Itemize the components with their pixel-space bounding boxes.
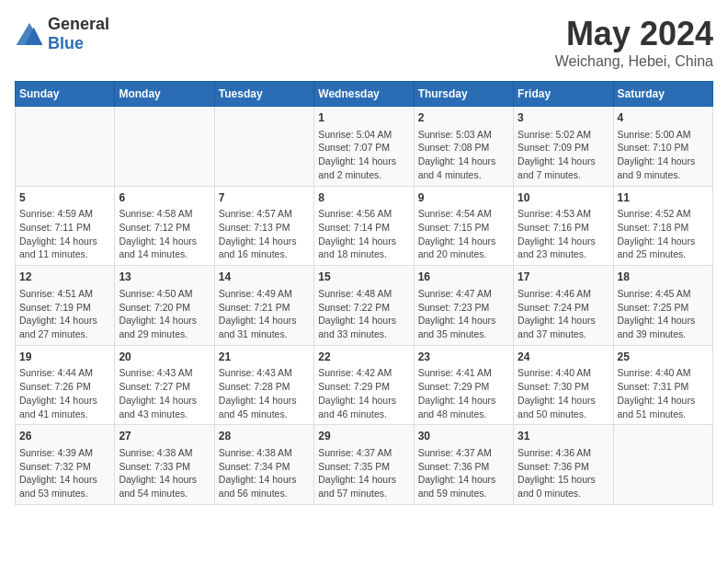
- day-info: Sunrise: 4:40 AMSunset: 7:30 PMDaylight:…: [518, 366, 609, 420]
- header-wednesday: Wednesday: [314, 82, 414, 107]
- calendar-cell: 5Sunrise: 4:59 AMSunset: 7:11 PMDaylight…: [16, 186, 115, 266]
- day-number: 3: [518, 110, 609, 126]
- day-number: 24: [518, 350, 609, 365]
- day-number: 19: [19, 350, 110, 365]
- day-number: 1: [318, 110, 409, 126]
- day-info: Sunrise: 4:58 AMSunset: 7:12 PMDaylight:…: [119, 207, 210, 261]
- calendar-cell: 15Sunrise: 4:48 AMSunset: 7:22 PMDayligh…: [314, 266, 414, 346]
- calendar-cell: 20Sunrise: 4:43 AMSunset: 7:27 PMDayligh…: [115, 345, 214, 425]
- calendar-cell: 23Sunrise: 4:41 AMSunset: 7:29 PMDayligh…: [414, 345, 513, 425]
- header-area: General Blue May 2024 Weichang, Hebei, C…: [15, 15, 713, 70]
- header-tuesday: Tuesday: [214, 82, 313, 107]
- calendar-cell: 18Sunrise: 4:45 AMSunset: 7:25 PMDayligh…: [613, 266, 712, 346]
- calendar-cell: [16, 107, 115, 187]
- day-number: 12: [19, 270, 110, 285]
- calendar-table: SundayMondayTuesdayWednesdayThursdayFrid…: [15, 81, 713, 505]
- day-number: 2: [418, 110, 509, 126]
- day-info: Sunrise: 4:56 AMSunset: 7:14 PMDaylight:…: [318, 207, 409, 261]
- calendar-cell: [115, 107, 214, 187]
- day-info: Sunrise: 4:59 AMSunset: 7:11 PMDaylight:…: [19, 207, 110, 261]
- calendar-cell: 7Sunrise: 4:57 AMSunset: 7:13 PMDaylight…: [214, 186, 313, 266]
- day-number: 8: [318, 190, 409, 206]
- day-info: Sunrise: 4:53 AMSunset: 7:16 PMDaylight:…: [518, 207, 609, 261]
- header-sunday: Sunday: [16, 82, 115, 107]
- week-row-1: 1Sunrise: 5:04 AMSunset: 7:07 PMDaylight…: [16, 107, 713, 187]
- calendar-cell: 21Sunrise: 4:43 AMSunset: 7:28 PMDayligh…: [214, 345, 313, 425]
- day-number: 16: [418, 270, 509, 285]
- day-info: Sunrise: 4:40 AMSunset: 7:31 PMDaylight:…: [618, 366, 709, 420]
- day-info: Sunrise: 4:57 AMSunset: 7:13 PMDaylight:…: [219, 207, 310, 261]
- day-info: Sunrise: 4:52 AMSunset: 7:18 PMDaylight:…: [618, 207, 709, 261]
- calendar-cell: 10Sunrise: 4:53 AMSunset: 7:16 PMDayligh…: [514, 186, 613, 266]
- day-number: 29: [318, 429, 409, 444]
- calendar-cell: 2Sunrise: 5:03 AMSunset: 7:08 PMDaylight…: [414, 107, 513, 187]
- calendar-cell: 30Sunrise: 4:37 AMSunset: 7:36 PMDayligh…: [414, 425, 513, 505]
- calendar-cell: 29Sunrise: 4:37 AMSunset: 7:35 PMDayligh…: [314, 425, 414, 505]
- day-info: Sunrise: 4:39 AMSunset: 7:32 PMDaylight:…: [19, 446, 110, 500]
- day-info: Sunrise: 4:38 AMSunset: 7:34 PMDaylight:…: [219, 446, 310, 500]
- day-info: Sunrise: 4:54 AMSunset: 7:15 PMDaylight:…: [418, 207, 509, 261]
- calendar-cell: 26Sunrise: 4:39 AMSunset: 7:32 PMDayligh…: [16, 425, 115, 505]
- day-info: Sunrise: 4:42 AMSunset: 7:29 PMDaylight:…: [318, 366, 409, 420]
- calendar-cell: 3Sunrise: 5:02 AMSunset: 7:09 PMDaylight…: [514, 107, 613, 187]
- day-info: Sunrise: 5:04 AMSunset: 7:07 PMDaylight:…: [318, 128, 409, 182]
- header-thursday: Thursday: [414, 82, 513, 107]
- day-info: Sunrise: 4:37 AMSunset: 7:35 PMDaylight:…: [318, 446, 409, 500]
- calendar-header: SundayMondayTuesdayWednesdayThursdayFrid…: [16, 82, 713, 107]
- subtitle: Weichang, Hebei, China: [555, 53, 713, 70]
- day-number: 31: [518, 429, 609, 444]
- day-info: Sunrise: 4:36 AMSunset: 7:36 PMDaylight:…: [518, 446, 609, 500]
- calendar-cell: 27Sunrise: 4:38 AMSunset: 7:33 PMDayligh…: [115, 425, 214, 505]
- calendar-cell: 13Sunrise: 4:50 AMSunset: 7:20 PMDayligh…: [115, 266, 214, 346]
- header-monday: Monday: [115, 82, 214, 107]
- day-number: 22: [318, 350, 409, 365]
- calendar-cell: 17Sunrise: 4:46 AMSunset: 7:24 PMDayligh…: [514, 266, 613, 346]
- day-number: 5: [19, 190, 110, 206]
- header-saturday: Saturday: [613, 82, 712, 107]
- day-info: Sunrise: 4:46 AMSunset: 7:24 PMDaylight:…: [518, 287, 609, 341]
- day-number: 13: [119, 270, 210, 285]
- calendar-cell: 11Sunrise: 4:52 AMSunset: 7:18 PMDayligh…: [613, 186, 712, 266]
- logo: General Blue: [15, 15, 109, 53]
- week-row-3: 12Sunrise: 4:51 AMSunset: 7:19 PMDayligh…: [16, 266, 713, 346]
- calendar-cell: 4Sunrise: 5:00 AMSunset: 7:10 PMDaylight…: [613, 107, 712, 187]
- day-info: Sunrise: 4:47 AMSunset: 7:23 PMDaylight:…: [418, 287, 509, 341]
- day-number: 20: [119, 350, 210, 365]
- day-info: Sunrise: 4:44 AMSunset: 7:26 PMDaylight:…: [19, 366, 110, 420]
- day-number: 4: [618, 110, 709, 126]
- day-info: Sunrise: 5:03 AMSunset: 7:08 PMDaylight:…: [418, 128, 509, 182]
- logo-general: General: [48, 15, 109, 33]
- day-number: 10: [518, 190, 609, 206]
- day-info: Sunrise: 5:02 AMSunset: 7:09 PMDaylight:…: [518, 128, 609, 182]
- day-info: Sunrise: 4:48 AMSunset: 7:22 PMDaylight:…: [318, 287, 409, 341]
- day-info: Sunrise: 5:00 AMSunset: 7:10 PMDaylight:…: [618, 128, 709, 182]
- day-info: Sunrise: 4:38 AMSunset: 7:33 PMDaylight:…: [119, 446, 210, 500]
- calendar-cell: 12Sunrise: 4:51 AMSunset: 7:19 PMDayligh…: [16, 266, 115, 346]
- day-number: 21: [219, 350, 310, 365]
- day-number: 18: [618, 270, 709, 285]
- week-row-2: 5Sunrise: 4:59 AMSunset: 7:11 PMDaylight…: [16, 186, 713, 266]
- day-number: 7: [219, 190, 310, 206]
- day-info: Sunrise: 4:43 AMSunset: 7:28 PMDaylight:…: [219, 366, 310, 420]
- day-number: 28: [219, 429, 310, 444]
- calendar-cell: 14Sunrise: 4:49 AMSunset: 7:21 PMDayligh…: [214, 266, 313, 346]
- day-info: Sunrise: 4:49 AMSunset: 7:21 PMDaylight:…: [219, 287, 310, 341]
- logo-text: General Blue: [48, 15, 109, 53]
- day-info: Sunrise: 4:41 AMSunset: 7:29 PMDaylight:…: [418, 366, 509, 420]
- calendar-cell: [214, 107, 313, 187]
- day-number: 15: [318, 270, 409, 285]
- logo-icon: [15, 21, 44, 47]
- calendar-cell: 28Sunrise: 4:38 AMSunset: 7:34 PMDayligh…: [214, 425, 313, 505]
- day-number: 26: [19, 429, 110, 444]
- calendar-cell: 16Sunrise: 4:47 AMSunset: 7:23 PMDayligh…: [414, 266, 513, 346]
- week-row-4: 19Sunrise: 4:44 AMSunset: 7:26 PMDayligh…: [16, 345, 713, 425]
- calendar-cell: 8Sunrise: 4:56 AMSunset: 7:14 PMDaylight…: [314, 186, 414, 266]
- title-area: May 2024 Weichang, Hebei, China: [555, 15, 713, 70]
- calendar-cell: 1Sunrise: 5:04 AMSunset: 7:07 PMDaylight…: [314, 107, 414, 187]
- day-info: Sunrise: 4:45 AMSunset: 7:25 PMDaylight:…: [618, 287, 709, 341]
- calendar-cell: 6Sunrise: 4:58 AMSunset: 7:12 PMDaylight…: [115, 186, 214, 266]
- day-info: Sunrise: 4:37 AMSunset: 7:36 PMDaylight:…: [418, 446, 509, 500]
- day-number: 25: [618, 350, 709, 365]
- calendar-cell: 25Sunrise: 4:40 AMSunset: 7:31 PMDayligh…: [613, 345, 712, 425]
- calendar-body: 1Sunrise: 5:04 AMSunset: 7:07 PMDaylight…: [16, 107, 713, 505]
